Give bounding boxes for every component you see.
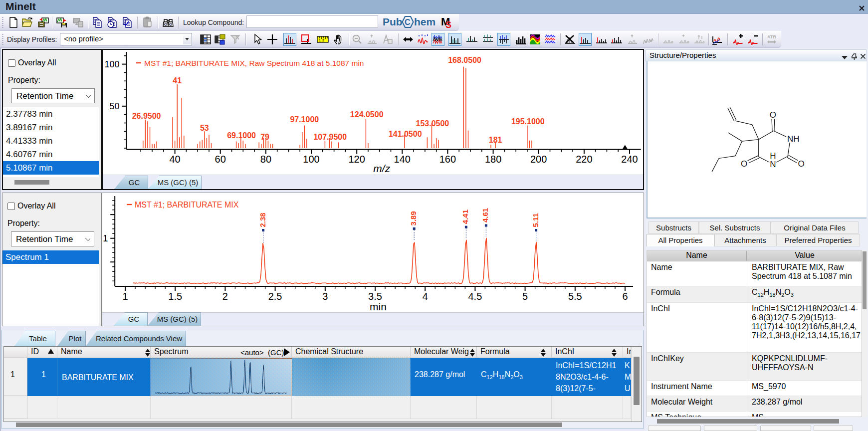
- svg-text:1: 1: [319, 38, 321, 42]
- svg-text:100: 100: [104, 59, 119, 69]
- svg-text:S: S: [445, 20, 451, 29]
- svg-text:min: min: [370, 301, 387, 312]
- svg-text:41: 41: [173, 76, 182, 85]
- svg-text:240: 240: [621, 154, 638, 165]
- svg-text:NH: NH: [787, 134, 800, 144]
- svg-text:195.1000: 195.1000: [511, 117, 545, 126]
- svg-text:97.1000: 97.1000: [290, 115, 319, 124]
- svg-text:5.5: 5.5: [568, 291, 582, 302]
- svg-text:141.0500: 141.0500: [389, 130, 422, 138]
- svg-text:180: 180: [485, 154, 501, 165]
- svg-text:3: 3: [322, 291, 328, 302]
- svg-text:220: 220: [576, 154, 592, 165]
- svg-text:5: 5: [522, 291, 528, 302]
- svg-text:3.5: 3.5: [368, 291, 382, 302]
- svg-text:3.89: 3.89: [409, 211, 418, 225]
- svg-text:200: 200: [530, 154, 547, 165]
- svg-text:53: 53: [200, 124, 209, 132]
- svg-text:107.9500: 107.9500: [313, 133, 347, 141]
- svg-text:4.41: 4.41: [461, 210, 469, 224]
- svg-text:O: O: [798, 159, 805, 169]
- svg-text:124.0500: 124.0500: [350, 110, 384, 119]
- svg-text:80: 80: [260, 154, 271, 165]
- svg-text:4.5: 4.5: [468, 291, 482, 302]
- svg-text:hem: hem: [414, 16, 435, 27]
- svg-text:79: 79: [260, 133, 269, 141]
- svg-text:120: 120: [349, 154, 365, 165]
- svg-text:2.38: 2.38: [258, 213, 267, 227]
- svg-text:ATR: ATR: [767, 34, 776, 39]
- svg-text:153.0500: 153.0500: [416, 119, 449, 128]
- svg-text:26.9500: 26.9500: [132, 112, 161, 120]
- svg-text:H: H: [770, 151, 776, 161]
- svg-text:N: N: [770, 160, 776, 169]
- svg-text:O: O: [741, 159, 747, 169]
- svg-text:4: 4: [423, 291, 428, 302]
- svg-text:C: C: [405, 18, 411, 26]
- svg-text:1: 1: [103, 233, 108, 243]
- svg-text:MST #1; BARBITURATE MIX, Raw S: MST #1; BARBITURATE MIX, Raw Spectrum 41…: [144, 59, 364, 67]
- svg-text:2: 2: [322, 38, 324, 42]
- svg-text:1: 1: [122, 291, 128, 302]
- svg-text:100: 100: [303, 154, 319, 165]
- svg-text:40: 40: [169, 154, 180, 165]
- svg-text:Pub: Pub: [383, 16, 403, 27]
- svg-text:2: 2: [222, 291, 228, 302]
- svg-text:MST #1; BARBITURATE MIX: MST #1; BARBITURATE MIX: [135, 201, 239, 209]
- svg-text:69.1000: 69.1000: [227, 131, 256, 140]
- svg-text:6: 6: [622, 291, 628, 302]
- svg-text:181: 181: [489, 136, 502, 144]
- svg-text:1.5: 1.5: [168, 291, 182, 302]
- svg-text:140: 140: [394, 154, 411, 165]
- svg-text:50: 50: [109, 101, 119, 111]
- svg-text:m/z: m/z: [373, 163, 390, 174]
- svg-text:160: 160: [439, 154, 456, 165]
- svg-text:4.61: 4.61: [481, 208, 489, 222]
- svg-text:168.0500: 168.0500: [448, 56, 481, 64]
- svg-text:2.5: 2.5: [268, 291, 282, 302]
- svg-text:60: 60: [215, 154, 226, 165]
- svg-text:O: O: [770, 110, 776, 120]
- svg-text:5.11: 5.11: [531, 213, 540, 227]
